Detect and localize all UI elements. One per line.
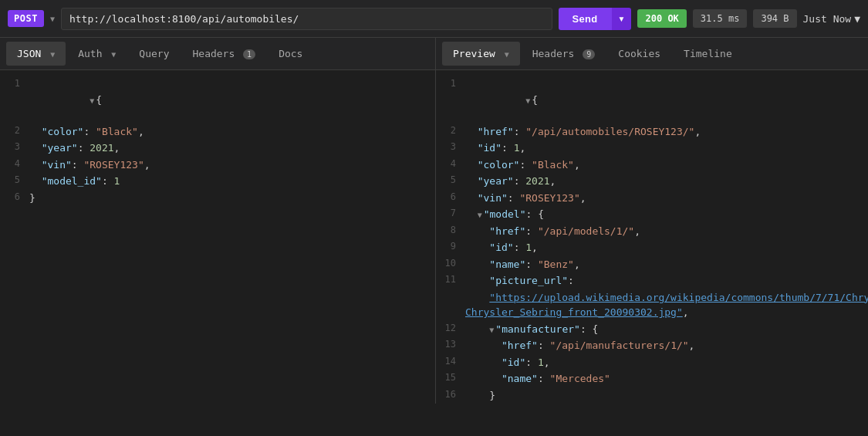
code-line-link: "https://upload.wikimedia.org/wikipedia/… (436, 289, 868, 321)
timestamp-text: Just Now (803, 13, 852, 25)
url-input[interactable] (61, 8, 552, 30)
code-line: 15 "name": "Mercedes" (436, 370, 868, 387)
tab-docs[interactable]: Docs (268, 42, 313, 66)
collapse-icon[interactable]: ▼ (478, 211, 482, 219)
collapse-icon[interactable]: ▼ (90, 96, 94, 105)
code-line: 14 "id": 1, (436, 354, 868, 371)
code-line: 10 "name": "Benz", (436, 256, 868, 273)
timestamp-arrow[interactable]: ▼ (854, 13, 860, 25)
left-panel: JSON ▼ Auth ▼ Query Headers 1 Docs 1 ▼{ … (0, 38, 436, 404)
collapse-icon[interactable]: ▼ (525, 96, 530, 105)
code-line: 5 "year": 2021, (436, 173, 868, 190)
code-line: 2 "color": "Black", (0, 123, 435, 140)
code-line: 2 "href": "/api/automobiles/ROSEY123/", (436, 123, 868, 140)
right-code-panel: 1 ▼{ 2 "href": "/api/automobiles/ROSEY12… (436, 70, 868, 404)
response-time-badge: 31.5 ms (693, 9, 748, 28)
top-bar: POST ▼ Send ▼ 200 OK 31.5 ms 394 B Just … (0, 0, 868, 38)
code-line: 1 ▼{ (436, 76, 868, 123)
tab-query[interactable]: Query (128, 42, 180, 66)
tab-headers-response[interactable]: Headers 9 (522, 42, 606, 66)
code-line: 9 "id": 1, (436, 239, 868, 256)
send-button[interactable]: Send (559, 8, 612, 30)
send-button-group: Send ▼ (559, 8, 632, 30)
tab-auth[interactable]: Auth ▼ (67, 42, 127, 66)
collapse-icon[interactable]: ▼ (489, 326, 494, 334)
send-dropdown-button[interactable]: ▼ (612, 8, 632, 30)
code-line: 3 "id": 1, (436, 140, 868, 157)
picture-url-link[interactable]: "https://upload.wikimedia.org/wikipedia/… (465, 292, 868, 319)
code-line: 13 "href": "/api/manufacturers/1/", (436, 337, 868, 354)
left-code-panel: 1 ▼{ 2 "color": "Black", 3 "year": 2021,… (0, 70, 435, 404)
code-line: 12 ▼"manufacturer": { (436, 321, 868, 338)
code-line: 6 } (0, 190, 435, 207)
code-line: 5 "model_id": 1 (0, 173, 435, 190)
code-line: 3 "year": 2021, (0, 140, 435, 157)
main-content: JSON ▼ Auth ▼ Query Headers 1 Docs 1 ▼{ … (0, 38, 868, 404)
left-tab-bar: JSON ▼ Auth ▼ Query Headers 1 Docs (0, 38, 435, 70)
code-line: 6 "vin": "ROSEY123", (436, 190, 868, 207)
code-line: 1 ▼{ (0, 76, 435, 123)
right-panel: Preview ▼ Headers 9 Cookies Timeline 1 ▼… (436, 38, 868, 404)
tab-json[interactable]: JSON ▼ (6, 42, 66, 66)
tab-preview[interactable]: Preview ▼ (442, 42, 520, 66)
method-dropdown-arrow[interactable]: ▼ (50, 15, 55, 23)
tab-headers-request[interactable]: Headers 1 (181, 42, 266, 66)
timestamp-badge: Just Now ▼ (803, 13, 860, 25)
code-line: 4 "color": "Black", (436, 157, 868, 174)
tab-cookies[interactable]: Cookies (607, 42, 671, 66)
tab-timeline[interactable]: Timeline (673, 42, 743, 66)
code-line: 11 "picture_url": (436, 272, 868, 289)
code-line: 7 ▼"model": { (436, 206, 868, 223)
code-line: 16 } (436, 387, 868, 404)
right-tab-bar: Preview ▼ Headers 9 Cookies Timeline (436, 38, 868, 70)
method-badge: POST (8, 10, 44, 27)
code-line: 8 "href": "/api/models/1/", (436, 223, 868, 240)
status-badge: 200 OK (637, 9, 686, 28)
code-line: 4 "vin": "ROSEY123", (0, 157, 435, 174)
response-size-badge: 394 B (753, 9, 796, 28)
